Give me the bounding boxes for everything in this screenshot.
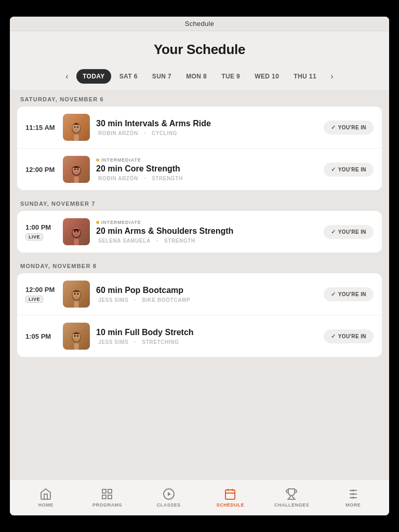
challenges-nav-label: CHALLENGES (274, 502, 309, 508)
next-day-button[interactable]: › (325, 69, 339, 84)
svg-point-41 (350, 489, 352, 491)
day-today-button[interactable]: TODAY (76, 69, 111, 84)
workout-meta: ROBIN ARZÓN · STRENGTH (96, 176, 324, 181)
workout-name: 60 min Pop Bootcamp (96, 285, 324, 295)
youre-in-button[interactable]: ✓ YOU'RE IN (324, 329, 374, 343)
level-dot (96, 221, 99, 224)
svg-rect-31 (225, 490, 235, 499)
svg-rect-24 (74, 343, 78, 350)
workout-row[interactable]: 1:05 PM 10 min Full Body Stretch (17, 315, 382, 357)
day-thu11-button[interactable]: THU 11 (287, 69, 323, 84)
svg-rect-14 (74, 238, 78, 245)
workout-row[interactable]: 11:15 AM 30 min Intervals & Arms Ride (17, 107, 382, 149)
avatar (63, 156, 90, 183)
workout-meta: SELENA SAMUELA · STRENGTH (96, 238, 324, 244)
workout-row[interactable]: 1:00 PM LIVE (17, 211, 382, 252)
workout-time: 12:00 PM (25, 166, 63, 174)
nav-item-programs[interactable]: PROGRAMS (76, 485, 138, 511)
programs-nav-label: PROGRAMS (92, 502, 122, 508)
live-badge: LIVE (25, 233, 43, 241)
svg-point-3 (77, 126, 78, 128)
home-icon (39, 488, 52, 500)
svg-rect-9 (74, 176, 78, 183)
day-sat6-button[interactable]: SAT 6 (113, 69, 144, 84)
svg-point-43 (350, 497, 352, 498)
day-tue9-button[interactable]: TUE 9 (215, 69, 246, 84)
avatar (63, 281, 90, 308)
avatar (63, 323, 90, 350)
svg-point-7 (74, 168, 76, 170)
home-nav-label: HOME (38, 502, 54, 508)
sunday-card: 1:00 PM LIVE (17, 211, 382, 252)
workout-time: 1:00 PM (25, 223, 63, 231)
workout-info: 60 min Pop Bootcamp JESS SIMS · BIKE BOO… (96, 285, 324, 302)
workout-meta: ROBIN ARZÓN · CYCLING (96, 130, 324, 136)
check-icon: ✓ (331, 291, 336, 298)
avatar-illustration (68, 162, 85, 183)
challenges-icon (285, 488, 298, 500)
svg-point-22 (74, 335, 76, 337)
workout-info: 10 min Full Body Stretch JESS SIMS · STR… (96, 327, 324, 344)
nav-item-classes[interactable]: CLASSES (138, 485, 200, 511)
level-dot (96, 158, 99, 162)
workout-row[interactable]: 12:00 PM LIVE 60 min Pop Bootca (17, 273, 382, 315)
nav-item-schedule[interactable]: SCHEDULE (200, 485, 261, 511)
time-col: 1:05 PM (25, 332, 63, 340)
nav-item-home[interactable]: HOME (15, 485, 76, 511)
svg-marker-30 (168, 492, 171, 496)
check-icon: ✓ (331, 166, 336, 173)
check-icon: ✓ (331, 333, 336, 340)
svg-point-2 (74, 126, 76, 128)
screen: Schedule Your Schedule ‹ TODAY SAT 6 SUN… (10, 17, 389, 515)
workout-name: 30 min Intervals & Arms Ride (96, 118, 324, 128)
youre-in-button[interactable]: ✓ YOU'RE IN (324, 225, 374, 239)
avatar (63, 218, 90, 245)
svg-point-18 (77, 293, 78, 295)
check-icon: ✓ (331, 229, 336, 235)
more-icon (347, 488, 360, 500)
time-col: 12:00 PM (25, 166, 63, 174)
workout-time: 11:15 AM (25, 124, 63, 131)
schedule-icon (224, 488, 236, 500)
section-header-sunday: SUNDAY, NOVEMBER 7 (10, 194, 389, 211)
svg-rect-4 (74, 134, 78, 141)
monday-card: 12:00 PM LIVE 60 min Pop Bootca (17, 273, 382, 357)
day-sun7-button[interactable]: SUN 7 (146, 69, 178, 84)
page-title: Your Schedule (20, 42, 379, 58)
day-mon8-button[interactable]: MON 8 (180, 69, 213, 84)
time-col: 12:00 PM LIVE (25, 286, 63, 303)
day-wed10-button[interactable]: WED 10 (248, 69, 285, 84)
saturday-card: 11:15 AM 30 min Intervals & Arms Ride (17, 107, 382, 190)
avatar-illustration (68, 224, 85, 245)
avatar-illustration (68, 329, 85, 350)
svg-point-42 (350, 493, 352, 495)
workout-row[interactable]: 12:00 PM INTERM (17, 149, 382, 190)
day-navigation: ‹ TODAY SAT 6 SUN 7 MON 8 TUE 9 WED 10 T… (10, 63, 389, 90)
check-icon: ✓ (331, 124, 336, 131)
avatar-illustration (68, 120, 85, 141)
workout-time: 12:00 PM (25, 286, 63, 294)
youre-in-button[interactable]: ✓ YOU'RE IN (324, 287, 374, 301)
nav-item-challenges[interactable]: CHALLENGES (261, 485, 322, 511)
section-header-monday: MONDAY, NOVEMBER 8 (10, 257, 389, 273)
live-badge: LIVE (25, 296, 43, 303)
workout-name: 20 min Core Strength (96, 164, 324, 174)
avatar (63, 114, 90, 141)
time-col: 11:15 AM (25, 124, 63, 131)
nav-item-more[interactable]: MORE (323, 485, 384, 511)
workout-info: INTERMEDIATE 20 min Core Strength ROBIN … (96, 157, 324, 181)
workout-time: 1:05 PM (25, 332, 63, 340)
youre-in-button[interactable]: ✓ YOU'RE IN (324, 163, 374, 177)
status-bar-title: Schedule (185, 20, 215, 28)
page-header: Your Schedule (10, 31, 389, 63)
svg-point-8 (77, 168, 78, 170)
workout-name: 20 min Arms & Shoulders Strength (96, 226, 324, 236)
svg-point-13 (77, 231, 78, 233)
prev-day-button[interactable]: ‹ (60, 69, 74, 84)
youre-in-button[interactable]: ✓ YOU'RE IN (324, 121, 374, 135)
schedule-content: SATURDAY, NOVEMBER 6 11:15 AM (10, 90, 389, 479)
workout-info: 30 min Intervals & Arms Ride ROBIN ARZÓN… (96, 118, 324, 136)
classes-nav-label: CLASSES (157, 502, 181, 508)
workout-name: 10 min Full Body Stretch (96, 327, 324, 337)
programs-icon (101, 488, 113, 500)
